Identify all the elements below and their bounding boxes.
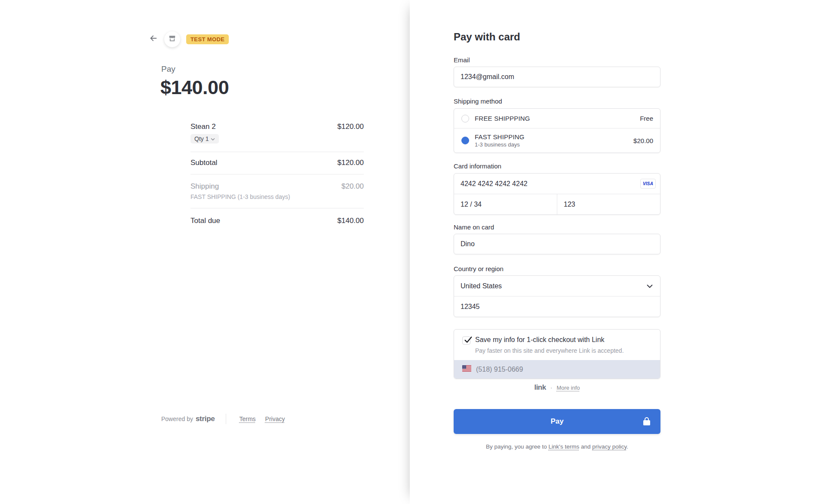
radio-selected-icon[interactable] — [461, 137, 469, 144]
back-arrow-icon — [149, 34, 158, 45]
stripe-wordmark[interactable]: stripe — [196, 415, 215, 423]
item-name: Stean 2 — [190, 122, 216, 131]
test-mode-badge: TEST MODE — [186, 34, 229, 44]
item-amount: $120.00 — [338, 122, 364, 131]
country-select[interactable]: United States — [454, 276, 660, 296]
lock-icon — [643, 417, 651, 428]
save-info-description: Pay faster on this site and everywhere L… — [454, 346, 660, 360]
shipping-option-desc: 1-3 business days — [475, 141, 525, 148]
shipping-option-name: FAST SHIPPING — [475, 133, 525, 141]
card-cvc-field[interactable]: 123 — [557, 194, 660, 214]
merchant-logo[interactable] — [164, 31, 180, 47]
shipping-amount: $20.00 — [341, 182, 364, 191]
email-field[interactable]: 1234@gmail.com — [454, 67, 660, 87]
email-value: 1234@gmail.com — [461, 73, 514, 81]
card-expiry-value: 12 / 34 — [461, 201, 482, 208]
card-expiry-field[interactable]: 12 / 34 — [454, 194, 557, 214]
dot-separator: · — [550, 384, 553, 391]
quantity-selector[interactable]: Qty 1 — [190, 134, 219, 144]
email-label: Email — [454, 56, 470, 64]
shipping-option-price: Free — [640, 115, 653, 122]
merchant-header: TEST MODE — [149, 31, 229, 47]
quantity-label: Qty 1 — [194, 135, 209, 142]
more-info-link[interactable]: More info — [556, 385, 580, 391]
name-on-card-value: Dino — [461, 240, 475, 248]
order-summary: Stean 2 $120.00 Qty 1 Subtotal $120.00 S… — [190, 122, 364, 233]
link-logo: link — [534, 383, 546, 392]
subtotal-row: Subtotal $120.00 — [190, 152, 364, 174]
agreement-suffix: . — [627, 443, 628, 450]
agreement-middle: and — [579, 443, 592, 450]
terms-link[interactable]: Terms — [239, 415, 255, 422]
pay-button-label: Pay — [550, 417, 563, 425]
back-button[interactable] — [149, 34, 158, 44]
order-summary-panel: TEST MODE Pay $140.00 Stean 2 $120.00 Qt… — [0, 0, 410, 504]
country-group: United States 12345 — [454, 275, 660, 317]
payment-form-panel: Pay with card Email 1234@gmail.com Shipp… — [410, 0, 820, 504]
powered-by-label: Powered by — [161, 415, 193, 422]
country-label: Country or region — [454, 265, 504, 272]
shipping-row: Shipping $20.00 — [190, 174, 364, 193]
zip-field[interactable]: 12345 — [454, 296, 660, 317]
shipping-label: Shipping — [190, 182, 219, 191]
checkbox-checked-icon[interactable] — [462, 336, 470, 345]
total-due-amount: $140.00 — [338, 217, 364, 225]
footer-divider — [226, 414, 226, 424]
chevron-down-icon — [647, 282, 653, 290]
shipping-option-name: FREE SHIPPPING — [475, 115, 530, 122]
shipping-option-fast[interactable]: FAST SHIPPING 1-3 business days $20.00 — [454, 128, 660, 153]
agreement-text: By paying, you agree to Link's terms and… — [454, 443, 660, 450]
link-save-group: Save my info for 1-click checkout with L… — [454, 329, 660, 379]
zip-value: 12345 — [461, 303, 480, 311]
pay-heading: Pay — [161, 64, 175, 74]
line-item-row: Stean 2 $120.00 — [190, 122, 364, 131]
shipping-description: FAST SHIPPING (1-3 business days) — [190, 193, 364, 208]
agreement-prefix: By paying, you agree to — [486, 443, 549, 450]
checkout-page: TEST MODE Pay $140.00 Stean 2 $120.00 Qt… — [0, 0, 820, 504]
link-info-row: link · More info — [454, 383, 660, 392]
pay-button[interactable]: Pay — [454, 409, 660, 434]
phone-placeholder: (518) 915-0669 — [476, 366, 523, 373]
subtotal-amount: $120.00 — [338, 159, 364, 167]
shipping-method-label: Shipping method — [454, 98, 502, 105]
link-terms-link[interactable]: Link's terms — [549, 443, 580, 450]
card-information-label: Card information — [454, 162, 501, 170]
us-flag-icon — [462, 365, 471, 373]
privacy-link[interactable]: Privacy — [265, 415, 285, 422]
visa-icon: VISA — [640, 179, 656, 189]
country-value: United States — [461, 282, 502, 290]
subtotal-label: Subtotal — [190, 159, 217, 167]
save-info-checkbox-row[interactable]: Save my info for 1-click checkout with L… — [454, 330, 660, 346]
total-due-label: Total due — [190, 217, 220, 225]
total-due-row: Total due $140.00 — [190, 208, 364, 233]
shipping-method-group: FREE SHIPPPING Free FAST SHIPPING 1-3 bu… — [454, 108, 660, 153]
card-number-field[interactable]: 4242 4242 4242 4242 VISA — [454, 174, 660, 194]
privacy-policy-link[interactable]: privacy policy — [592, 443, 627, 450]
card-information-group: 4242 4242 4242 4242 VISA 12 / 34 123 — [454, 173, 660, 215]
card-cvc-value: 123 — [564, 201, 575, 208]
chevron-down-icon — [211, 135, 215, 142]
name-on-card-label: Name on card — [454, 223, 494, 231]
radio-unselected-icon[interactable] — [461, 115, 469, 122]
order-total-amount: $140.00 — [160, 76, 229, 99]
card-number-value: 4242 4242 4242 4242 — [461, 180, 528, 188]
shipping-option-free[interactable]: FREE SHIPPPING Free — [454, 109, 660, 128]
name-on-card-field[interactable]: Dino — [454, 234, 660, 254]
phone-field[interactable]: (518) 915-0669 — [454, 360, 660, 379]
form-title: Pay with card — [454, 31, 520, 43]
storefront-icon — [168, 34, 176, 44]
shipping-option-price: $20.00 — [633, 137, 653, 144]
save-info-label: Save my info for 1-click checkout with L… — [475, 336, 605, 344]
left-footer: Powered by stripe Terms Privacy — [161, 414, 294, 424]
